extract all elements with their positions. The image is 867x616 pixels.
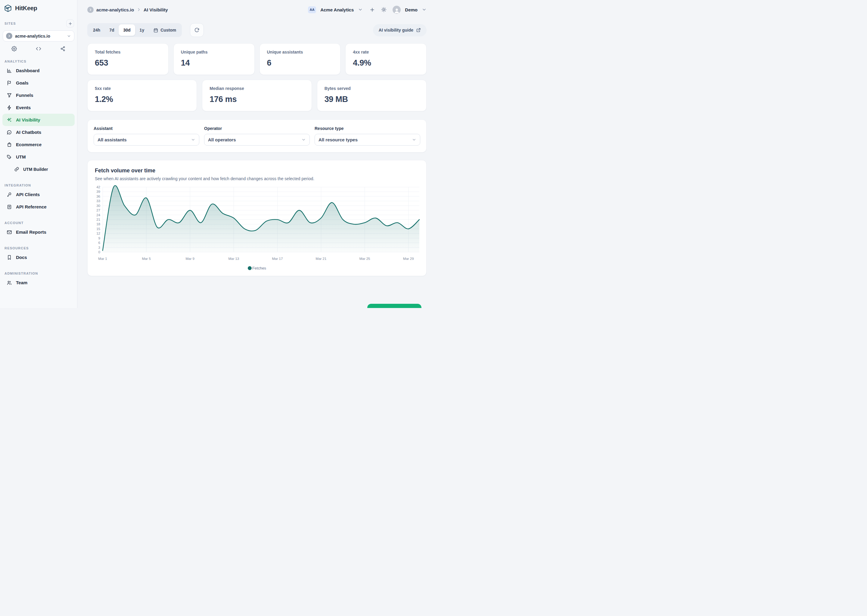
range-30d-button[interactable]: 30d — [118, 24, 135, 36]
code-icon[interactable] — [36, 46, 41, 52]
sidebar-item-label: Events — [16, 105, 31, 110]
sidebar-section-integration: INTEGRATION — [0, 184, 77, 187]
select-value: All operators — [208, 137, 301, 142]
sidebar-item-label: Dashboard — [16, 68, 39, 73]
chart-legend: Fetches — [94, 265, 420, 272]
user-chevron-down-icon[interactable] — [422, 7, 427, 12]
sidebar-item-goals[interactable]: Goals — [2, 77, 75, 89]
controls-row: 24h 7d 30d 1y Custom AI visibility guide — [87, 23, 427, 37]
svg-text:39: 39 — [96, 190, 100, 193]
svg-text:0: 0 — [98, 250, 100, 254]
svg-text:Mar 1: Mar 1 — [98, 257, 107, 261]
team-icon — [6, 280, 12, 286]
user-name[interactable]: Demo — [405, 7, 418, 13]
chart-subtitle: See when AI assistants are actively craw… — [94, 176, 420, 181]
sidebar-item-ai-visibility[interactable]: AI Visibility — [2, 114, 75, 126]
operator-select[interactable]: All operators — [204, 134, 310, 146]
stat-value: 176 ms — [210, 95, 304, 104]
sidebar-item-label: Docs — [16, 255, 27, 260]
stat-label: 5xx rate — [95, 86, 189, 91]
resource-type-select[interactable]: All resource types — [315, 134, 420, 146]
sidebar-item-label: Ecommerce — [16, 142, 41, 147]
sidebar-item-dashboard[interactable]: Dashboard — [2, 64, 75, 77]
stat-value: 39 MB — [325, 95, 419, 104]
sidebar-item-api-reference[interactable]: API Reference — [2, 201, 75, 213]
sidebar-item-label: AI Visibility — [16, 117, 40, 123]
sidebar-item-ecommerce[interactable]: Ecommerce — [2, 138, 75, 151]
chevron-down-icon — [301, 137, 306, 142]
selected-site-name: acme-analytics.io — [15, 34, 64, 39]
svg-text:33: 33 — [96, 199, 100, 203]
filter-resource-type: Resource type All resource types — [315, 126, 420, 146]
hitkeep-logo-icon — [4, 4, 12, 13]
share-icon[interactable] — [60, 46, 66, 52]
stat-value: 1.2% — [95, 95, 189, 104]
range-1y-button[interactable]: 1y — [135, 24, 149, 36]
assistant-select[interactable]: All assistants — [94, 134, 199, 146]
stat-label: Bytes served — [325, 86, 419, 91]
fetch-volume-chart[interactable]: 03691215182124273033363942Mar 1Mar 5Mar … — [94, 185, 420, 265]
stat-card-total-fetches: Total fetches 653 — [87, 43, 169, 75]
site-selector[interactable]: acme-analytics.io — [3, 30, 74, 41]
org-chevron-down-icon[interactable] — [358, 7, 363, 12]
stat-card-unique-paths: Unique paths 14 — [173, 43, 255, 75]
select-value: All assistants — [98, 137, 191, 142]
stat-label: Total fetches — [95, 50, 161, 55]
svg-text:Mar 29: Mar 29 — [403, 257, 414, 261]
filter-label: Operator — [204, 126, 310, 131]
feedback-button[interactable] — [367, 304, 421, 308]
sidebar-item-label: UTM Builder — [23, 167, 48, 172]
range-7d-button[interactable]: 7d — [105, 24, 118, 36]
stat-label: Unique paths — [181, 50, 247, 55]
breadcrumb-site[interactable]: acme-analytics.io — [96, 7, 134, 13]
sidebar-section-resources: RESOURCES — [0, 246, 77, 250]
chart-plot-area[interactable]: 03691215182124273033363942Mar 1Mar 5Mar … — [94, 185, 420, 265]
sidebar-item-funnels[interactable]: Funnels — [2, 89, 75, 101]
link-icon — [14, 167, 19, 172]
stats-row-1: Total fetches 653 Unique paths 14 Unique… — [87, 43, 427, 75]
user-avatar[interactable] — [393, 6, 401, 14]
sidebar-item-api-clients[interactable]: API Clients — [2, 188, 75, 201]
sidebar: HitKeep SITES acme-analytics.io ANALYT — [0, 0, 77, 308]
breadcrumb-separator-icon — [137, 8, 141, 12]
sidebar-item-utm[interactable]: UTM — [2, 151, 75, 163]
stat-value: 653 — [95, 58, 161, 68]
settings-gear-icon[interactable] — [11, 46, 17, 52]
sidebar-item-utm-builder[interactable]: UTM Builder — [2, 163, 75, 175]
brand-name: HitKeep — [15, 5, 37, 12]
ai-visibility-guide-button[interactable]: AI visibility guide — [373, 24, 427, 36]
brand-logo: HitKeep — [0, 4, 77, 13]
org-initials-badge: AA — [308, 6, 316, 13]
tag-icon — [6, 154, 12, 160]
sidebar-item-events[interactable]: Events — [2, 101, 75, 114]
sidebar-item-label: AI Chatbots — [16, 130, 41, 135]
svg-text:Mar 25: Mar 25 — [359, 257, 370, 261]
chevron-down-icon — [412, 137, 416, 142]
stat-card-median-response: Median response 176 ms — [202, 80, 312, 111]
svg-text:18: 18 — [96, 222, 100, 226]
filters-card: Assistant All assistants Operator All op… — [87, 119, 427, 152]
chevron-down-icon — [67, 34, 71, 38]
filter-operator: Operator All operators — [204, 126, 310, 146]
refresh-button[interactable] — [190, 23, 204, 37]
calendar-icon — [153, 28, 158, 33]
stat-value: 14 — [181, 58, 247, 68]
legend-fetches-label: Fetches — [252, 266, 266, 270]
breadcrumb-page: AI Visibility — [143, 7, 168, 13]
sidebar-item-ai-chatbots[interactable]: AI Chatbots — [2, 126, 75, 138]
sidebar-item-label: Goals — [16, 80, 28, 85]
svg-text:21: 21 — [96, 218, 100, 222]
range-custom-button[interactable]: Custom — [149, 24, 181, 36]
svg-text:3: 3 — [98, 246, 100, 249]
add-button[interactable] — [369, 7, 375, 13]
svg-text:27: 27 — [96, 209, 100, 212]
add-site-button[interactable] — [66, 20, 74, 27]
theme-sun-icon[interactable] — [381, 7, 386, 13]
breadcrumb-chevron-icon[interactable] — [87, 6, 94, 13]
org-name[interactable]: Acme Analytics — [320, 7, 354, 13]
sidebar-item-email-reports[interactable]: Email Reports — [2, 226, 75, 238]
sidebar-item-docs[interactable]: Docs — [2, 251, 75, 264]
range-24h-button[interactable]: 24h — [88, 24, 105, 36]
svg-text:24: 24 — [96, 213, 100, 217]
sidebar-item-team[interactable]: Team — [2, 277, 75, 289]
